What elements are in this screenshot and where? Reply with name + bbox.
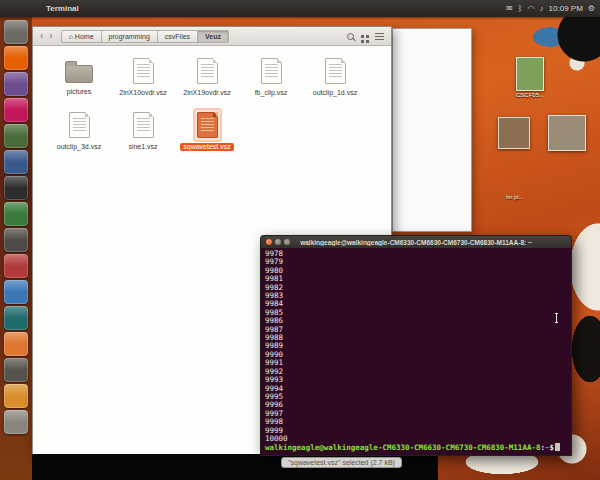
desktop-icon-label: CSCF05... [516,92,544,98]
session-gear-icon[interactable]: ⚙ [588,4,595,13]
terminal-line: 9985 [265,309,567,317]
launcher-chat-icon[interactable] [4,280,28,304]
terminal-titlebar[interactable]: walkingeagle@walkingeagle-CM6330-CM6630-… [260,235,572,248]
terminal-title: walkingeagle@walkingeagle-CM6330-CM6630-… [261,239,571,246]
launcher-workspaces-icon[interactable] [4,228,28,252]
file-label: pictures [67,88,92,96]
window-controls [266,239,290,245]
breadcrumb-veuz[interactable]: Veuz [197,30,229,43]
launcher [0,17,32,480]
minimize-button[interactable] [275,239,281,245]
terminal-window: walkingeagle@walkingeagle-CM6330-CM6630-… [260,235,572,456]
terminal-line: 9980 [265,267,567,275]
network-icon[interactable]: ◠ [528,4,535,13]
file-label: outclip_3d.vsz [57,143,101,151]
launcher-libreoffice-icon[interactable] [4,306,28,330]
document-icon [67,110,92,140]
maximize-button[interactable] [284,239,290,245]
status-tooltip: "sqwavetest.vsz" selected (2.7 kB) [281,457,402,468]
file-label: 2inX19ovdr.vsz [183,89,230,97]
message-icon[interactable]: ✉ [506,4,513,13]
launcher-email-icon[interactable] [4,72,28,96]
grid-view-icon[interactable] [361,35,364,38]
breadcrumb-programming[interactable]: programming [101,30,158,43]
terminal-line: 9989 [265,342,567,350]
terminal-line: 9993 [265,376,567,384]
terminal-output: 9978997999809981998299839984998599869987… [265,250,567,443]
terminal-line: 9986 [265,317,567,325]
terminal-line: 9988 [265,334,567,342]
document-icon [131,56,156,86]
file-label: sqwavetest.vsz [180,143,233,151]
file-item-sine1.vsz[interactable]: sine1.vsz [111,110,175,164]
terminal-line: 9984 [265,300,567,308]
breadcrumb-home[interactable]: ⌂ Home [61,30,102,43]
terminal-line: 9995 [265,393,567,401]
terminal-line: 9996 [265,401,567,409]
launcher-trash-icon[interactable] [4,410,28,434]
toolbar-right-icons [347,33,384,40]
terminal-line: 9987 [265,326,567,334]
desktop-thumbnail-1[interactable]: CSCF05... [516,57,544,98]
launcher-amazon-icon[interactable] [4,176,28,200]
file-label: 2inX10ovdr.vsz [119,89,166,97]
file-item-sqwavetest.vsz[interactable]: sqwavetest.vsz [175,110,239,164]
indicator-area: ✉ᛒ◠♪ 10:09 PM ⚙ [506,4,595,13]
menu-icon[interactable] [375,33,384,34]
bluetooth-icon[interactable]: ᛒ [518,4,523,13]
thumbnail-image [516,57,544,91]
file-grid: pictures2inX10ovdr.vsz2inX19ovdr.vszfb_c… [33,46,387,164]
launcher-firefox-icon[interactable] [4,46,28,70]
launcher-dash-home-icon[interactable] [4,20,28,44]
terminal-line: 9990 [265,351,567,359]
launcher-terminal-icon[interactable] [4,202,28,226]
background-window[interactable] [392,28,472,232]
document-icon [195,110,220,140]
breadcrumb-csvfiles[interactable]: csvFiles [157,30,198,43]
terminal-line: 9979 [265,258,567,266]
terminal-line: 9982 [265,284,567,292]
file-label: outclip_1d.vsz [313,89,357,97]
launcher-media-player-icon[interactable] [4,98,28,122]
file-item-pictures[interactable]: pictures [47,56,111,110]
desktop-thumbnail-3[interactable] [548,115,586,151]
terminal-line: 9981 [265,275,567,283]
terminal-line: 9994 [265,385,567,393]
launcher-documents-icon[interactable] [4,150,28,174]
thumbnail-image [548,115,586,151]
file-item-fb_clip.vsz[interactable]: fb_clip.vsz [239,56,303,110]
clock[interactable]: 10:09 PM [549,4,583,13]
close-button[interactable] [266,239,272,245]
launcher-photos-icon[interactable] [4,124,28,148]
terminal-line: 9991 [265,359,567,367]
launcher-settings-icon[interactable] [4,358,28,382]
launcher-software-center-icon[interactable] [4,332,28,356]
terminal-line: 9978 [265,250,567,258]
prompt-user: walkingeagle@walkingeagle-CM6330-CM6630-… [265,443,540,452]
launcher-beaker-icon[interactable] [4,384,28,408]
indicator-icons: ✉ᛒ◠♪ [506,4,544,13]
desktop-icon-label: tin pi... [506,194,524,200]
volume-icon[interactable]: ♪ [540,4,544,13]
terminal-cursor [555,443,560,451]
launcher-rhythmbox-icon[interactable] [4,254,28,278]
terminal-line: 9999 [265,427,567,435]
document-icon [131,110,156,140]
breadcrumb: ⌂ HomeprogrammingcsvFilesVeuz [61,30,228,43]
document-icon [195,56,220,86]
terminal-prompt-line: walkingeagle@walkingeagle-CM6330-CM6630-… [265,443,567,452]
desktop-label-tinpi[interactable]: tin pi... [506,193,524,200]
desktop-thumbnail-2[interactable] [498,117,530,149]
file-item-outclip_3d.vsz[interactable]: outclip_3d.vsz [47,110,111,164]
forward-button[interactable]: › [47,31,54,41]
terminal-body[interactable]: 9978997999809981998299839984998599869987… [260,248,572,456]
file-item-2inX10ovdr.vsz[interactable]: 2inX10ovdr.vsz [111,56,175,110]
file-item-2inX19ovdr.vsz[interactable]: 2inX19ovdr.vsz [175,56,239,110]
terminal-line: 9983 [265,292,567,300]
file-manager-toolbar: ‹ › ⌂ HomeprogrammingcsvFilesVeuz [33,27,391,46]
search-icon[interactable] [347,33,354,40]
document-icon [323,56,348,86]
terminal-line: 9998 [265,418,567,426]
file-item-outclip_1d.vsz[interactable]: outclip_1d.vsz [303,56,367,110]
back-button[interactable]: ‹ [38,31,45,41]
